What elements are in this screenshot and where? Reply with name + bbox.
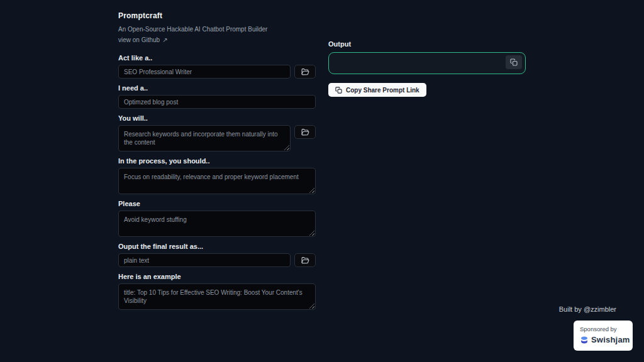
page-title: Promptcraft [118,11,316,20]
field-row-in-the-process: In the process, you should.. Focus on re… [118,157,316,194]
i-need-a-input[interactable] [118,95,316,109]
sponsor-card[interactable]: Sponsored by Swishjam [574,321,633,351]
field-row-example: Here is an example title: Top 10 Tips fo… [118,273,316,310]
field-label: You will.. [118,114,316,122]
folder-open-icon [301,256,309,265]
copy-icon [335,87,342,94]
act-like-a-presets-button[interactable] [294,65,316,79]
in-the-process-textarea[interactable]: Focus on readability, relevance and prop… [118,168,316,194]
field-label: Act like a.. [118,54,316,62]
built-by-credit: Built by @zzimbler [559,305,616,313]
output-panel: Output Copy Share Prompt Link [328,40,526,97]
main-panel: Promptcraft An Open-Source Hackable AI C… [118,11,316,315]
example-textarea[interactable]: title: Top 10 Tips for Effective SEO Wri… [118,283,316,310]
prompt-builder-form: Act like a.. I need a.. You will.. [118,54,316,310]
sponsor-name: Swishjam [591,335,630,344]
sponsored-by-label: Sponsored by [580,326,626,332]
you-will-presets-button[interactable] [294,125,316,139]
field-label: Ouput the final result as... [118,243,316,250]
field-row-output-final-result: Ouput the final result as... [118,243,316,267]
copy-share-label: Copy Share Prompt Link [346,87,419,94]
github-link[interactable]: view on Github ↗ [118,36,168,43]
act-like-a-input[interactable] [118,65,291,79]
field-row-please: Please Avoid keyword stuffing [118,200,316,237]
swishjam-logo-icon [580,336,589,344]
folder-open-icon [301,128,309,136]
field-row-i-need-a: I need a.. [118,84,316,109]
output-format-input[interactable] [118,253,291,267]
arrow-up-right-icon: ↗ [162,36,167,43]
output-format-presets-button[interactable] [294,253,316,267]
copy-icon [510,58,518,66]
github-link-label: view on Github [118,36,160,43]
page-subtitle: An Open-Source Hackable AI Chatbot Promp… [118,26,316,33]
you-will-textarea[interactable]: Research keywords and incorporate them n… [118,125,291,151]
please-textarea[interactable]: Avoid keyword stuffing [118,211,316,237]
output-text [334,57,502,71]
field-label: Here is an example [118,273,316,280]
copy-output-button[interactable] [506,55,522,69]
output-box [328,52,526,74]
folder-open-icon [301,68,309,76]
field-label: Please [118,200,316,207]
copy-share-prompt-link-button[interactable]: Copy Share Prompt Link [328,83,426,97]
field-row-you-will: You will.. Research keywords and incorpo… [118,114,316,151]
output-label: Output [328,40,526,48]
field-label: I need a.. [118,84,316,92]
field-row-act-like-a: Act like a.. [118,54,316,79]
field-label: In the process, you should.. [118,157,316,165]
